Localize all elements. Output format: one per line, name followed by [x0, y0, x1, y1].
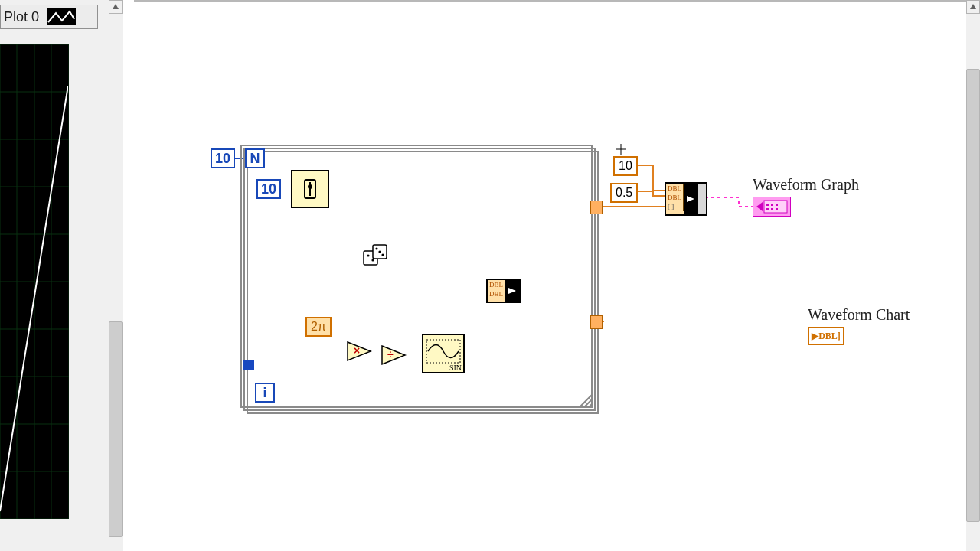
waveform-chart-label: Waveform Chart: [808, 306, 910, 324]
svg-marker-39: [756, 202, 763, 211]
svg-text:×: ×: [354, 344, 360, 357]
divide-node[interactable]: ÷: [381, 345, 406, 365]
auto-index-tunnel-top[interactable]: [590, 201, 603, 214]
plot-legend[interactable]: Plot 0: [0, 5, 98, 29]
svg-rect-45: [771, 208, 773, 210]
svg-point-29: [378, 250, 381, 253]
bundle-output-icon: [684, 184, 697, 214]
svg-marker-32: [382, 346, 405, 364]
numeric-constant-wait-ms[interactable]: 10: [256, 179, 281, 199]
front-panel-scrollbar[interactable]: [109, 0, 122, 551]
sine-node[interactable]: SIN: [422, 334, 465, 373]
metronome-icon: [299, 178, 322, 201]
numeric-constant-loop-count[interactable]: 10: [211, 148, 235, 168]
waveform-graph-terminal-icon[interactable]: [753, 197, 791, 217]
loop-i-terminal[interactable]: i: [255, 383, 275, 403]
block-diagram[interactable]: 10 N i 10 2π × ÷ SIN: [134, 0, 966, 551]
multiply-node[interactable]: ×: [347, 341, 371, 361]
svg-rect-41: [766, 204, 769, 206]
scrollbar-thumb[interactable]: [109, 321, 122, 537]
scroll-up-icon[interactable]: [966, 0, 980, 14]
numeric-constant-t0[interactable]: 10: [613, 156, 638, 176]
array-append-icon: [505, 280, 519, 302]
numeric-constant-dt[interactable]: 0.5: [610, 183, 638, 203]
wait-ms-node[interactable]: [291, 170, 329, 208]
svg-point-28: [381, 253, 384, 256]
svg-rect-44: [766, 208, 769, 210]
waveform-chart-indicator[interactable]: Waveform Chart ▶DBL]: [808, 306, 910, 345]
svg-rect-43: [776, 204, 778, 206]
svg-rect-46: [776, 208, 778, 210]
plot-legend-label: Plot 0: [1, 9, 42, 25]
svg-marker-38: [687, 196, 694, 202]
front-panel-strip: Plot 0: [0, 0, 123, 551]
wiring-cursor-icon: [616, 144, 626, 155]
waveform-graph-label: Waveform Graph: [753, 176, 859, 194]
svg-point-25: [367, 254, 369, 256]
waveform-chart-plot[interactable]: [0, 44, 69, 519]
svg-text:÷: ÷: [387, 348, 394, 360]
waveform-chart-terminal-icon[interactable]: ▶DBL]: [808, 327, 844, 345]
auto-index-tunnel-bottom[interactable]: [590, 315, 603, 329]
svg-point-22: [308, 184, 312, 189]
plot-line-sample-icon: [47, 8, 76, 25]
scroll-up-icon[interactable]: [109, 0, 122, 14]
svg-rect-40: [764, 201, 787, 213]
diagram-scrollbar[interactable]: [966, 0, 980, 551]
svg-marker-16: [113, 4, 119, 9]
sine-label: SIN: [449, 364, 462, 372]
dice-icon: [362, 242, 388, 268]
svg-point-26: [371, 259, 374, 261]
loop-n-terminal[interactable]: N: [245, 148, 265, 168]
random-number-node[interactable]: [362, 242, 388, 268]
scrollbar-thumb[interactable]: [966, 69, 980, 522]
loop-resize-grip-icon[interactable]: [578, 393, 593, 409]
two-pi-constant[interactable]: 2π: [305, 317, 332, 337]
build-array-node[interactable]: DBL DBL: [486, 279, 521, 303]
build-waveform-node[interactable]: DBL DBL [ ]: [665, 182, 707, 216]
shift-register-icon[interactable]: [243, 360, 254, 370]
svg-line-19: [589, 404, 592, 407]
svg-marker-35: [508, 288, 516, 294]
svg-rect-42: [771, 204, 773, 206]
svg-point-27: [375, 247, 377, 249]
waveform-graph-indicator[interactable]: Waveform Graph: [753, 176, 859, 217]
svg-marker-47: [970, 4, 976, 9]
